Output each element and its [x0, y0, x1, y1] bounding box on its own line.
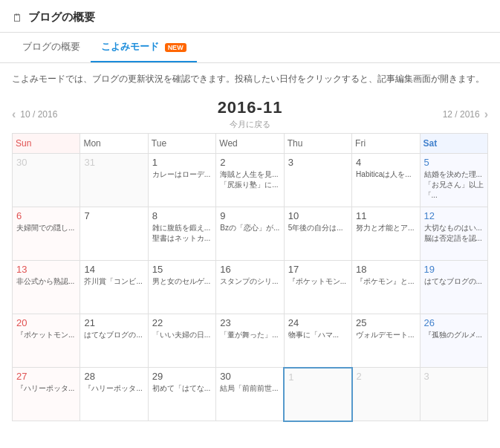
calendar-cell[interactable]: 5結婚を決めた理...「お兄さん」以上「... [420, 154, 487, 207]
post-title[interactable]: はてなブログの... [84, 330, 143, 340]
post-title[interactable]: スタンプのシリ... [220, 276, 279, 287]
day-number: 24 [288, 317, 348, 328]
calendar-cell[interactable]: 12大切なものはい...脳は否定語を認... [420, 207, 487, 261]
calendar-cell[interactable]: 3 [420, 368, 487, 421]
calendar-cell[interactable]: 8雑に腹筋を鍛え...聖書はネットカ... [148, 207, 215, 261]
calendar-week-1: 6夫婦間での隠し...78雑に腹筋を鍛え...聖書はネットカ...9Bzの「恋心… [13, 207, 488, 261]
day-number: 3 [424, 371, 484, 382]
header-wed: Wed [216, 134, 284, 154]
calendar-cell[interactable]: 17『ポケットモン... [284, 261, 351, 314]
day-number: 26 [424, 317, 484, 328]
tab-overview[interactable]: ブログの概要 [12, 33, 91, 62]
calendar-cell[interactable]: 27『ハリーポッタ... [13, 368, 80, 421]
header-thu: Thu [284, 134, 351, 154]
calendar-cell[interactable]: 11努力と才能とア... [352, 207, 420, 261]
calendar-cell[interactable]: 1 [284, 368, 351, 421]
post-title[interactable]: 脳は否定語を認... [424, 233, 484, 244]
post-title[interactable]: 男と女のセルゲ... [152, 276, 212, 287]
post-title[interactable]: 非公式から熟認... [16, 276, 76, 287]
calendar-cell[interactable]: 15男と女のセルゲ... [148, 261, 215, 314]
day-number: 21 [84, 317, 143, 328]
calendar-cell[interactable]: 9Bzの「恋心」が... [216, 207, 284, 261]
post-title[interactable]: Habiticaは人を... [356, 169, 415, 180]
post-title[interactable]: 聖書はネットカ... [152, 233, 212, 244]
day-number: 16 [220, 264, 279, 275]
post-title[interactable]: 『ポケットモン... [16, 330, 76, 340]
post-title[interactable]: 夫婦間での隠し... [16, 223, 76, 233]
calendar-cell[interactable]: 25ヴォルデモート... [352, 314, 420, 368]
post-title[interactable]: 『ハリーポッタ... [84, 383, 143, 394]
post-title[interactable]: 芥川賞「コンビ... [84, 276, 143, 287]
calendar-cell[interactable]: 2海賊と人生を見...「尻振り塾」に... [216, 154, 284, 207]
post-title[interactable]: カレーはローデ... [152, 169, 212, 180]
calendar-week-0: 30311カレーはローデ...2海賊と人生を見...「尻振り塾」に...34Ha… [13, 154, 488, 207]
calendar-cell[interactable]: 23「董が舞った」... [216, 314, 284, 368]
header-fri: Fri [352, 134, 420, 154]
day-number: 30 [220, 371, 279, 382]
post-title[interactable]: 結婚を決めた理... [424, 169, 484, 180]
post-title[interactable]: 大切なものはい... [424, 223, 484, 233]
post-title[interactable]: 初めて「はてな... [152, 383, 212, 394]
calendar-cell[interactable]: 7 [80, 207, 148, 261]
calendar-cell[interactable]: 26『孤独のグルメ... [420, 314, 487, 368]
day-number: 1 [288, 371, 347, 383]
day-number: 13 [16, 264, 76, 275]
day-number: 28 [84, 371, 143, 382]
calendar-cell[interactable]: 22「いい夫婦の日... [148, 314, 215, 368]
calendar-cell[interactable]: 4Habiticaは人を... [352, 154, 420, 207]
calendar-cell[interactable]: 1カレーはローデ... [148, 154, 215, 207]
calendar-cell[interactable]: 2 [352, 368, 420, 421]
calendar-cell[interactable]: 30結局「前前前世... [216, 368, 284, 421]
calendar-cell[interactable]: 16スタンプのシリ... [216, 261, 284, 314]
calendar-cell[interactable]: 6夫婦間での隠し... [13, 207, 80, 261]
calendar-cell[interactable]: 18『ポケモン』と... [352, 261, 420, 314]
calendar-cell[interactable]: 13非公式から熟認... [13, 261, 80, 314]
calendar-cell[interactable]: 28『ハリーポッタ... [80, 368, 148, 421]
header-sat: Sat [420, 134, 487, 154]
tab-calendar[interactable]: こよみモード NEW [91, 33, 197, 62]
day-number: 27 [16, 371, 76, 382]
calendar-cell[interactable]: 29初めて「はてな... [148, 368, 215, 421]
post-title[interactable]: 5年後の自分は... [288, 223, 348, 233]
calendar-cell[interactable]: 20『ポケットモン... [13, 314, 80, 368]
post-title[interactable]: 『ポケットモン... [288, 276, 348, 287]
post-title[interactable]: Bzの「恋心」が... [220, 223, 279, 233]
day-number: 25 [356, 317, 415, 328]
page-title: ブログの概要 [28, 10, 95, 25]
day-number: 18 [356, 264, 415, 275]
calendar-cell[interactable]: 19はてなブログの... [420, 261, 487, 314]
post-title[interactable]: 雑に腹筋を鍛え... [152, 223, 212, 233]
calendar-cell[interactable]: 24物事に「ハマ... [284, 314, 351, 368]
calendar-cell[interactable]: 30 [13, 154, 80, 207]
day-number: 11 [356, 210, 415, 221]
post-title[interactable]: 「董が舞った」... [220, 330, 279, 340]
calendar-cell[interactable]: 3 [284, 154, 351, 207]
day-number: 29 [152, 371, 212, 382]
back-to-today-link[interactable]: 今月に戻る [218, 119, 283, 130]
day-number: 12 [424, 210, 484, 221]
post-title[interactable]: ヴォルデモート... [356, 330, 415, 340]
post-title[interactable]: 努力と才能とア... [356, 223, 415, 233]
post-title[interactable]: 「お兄さん」以上「... [424, 180, 484, 201]
day-number: 2 [357, 371, 416, 382]
calendar-week-4: 27『ハリーポッタ...28『ハリーポッタ...29初めて「はてな...30結局… [13, 368, 488, 421]
post-title[interactable]: 海賊と人生を見... [220, 169, 279, 180]
post-title[interactable]: はてなブログの... [424, 276, 484, 287]
next-month-nav[interactable]: 12 / 2016 › [443, 108, 488, 121]
calendar-week-3: 20『ポケットモン...21はてなブログの...22「いい夫婦の日...23「董… [13, 314, 488, 368]
post-title[interactable]: 『ハリーポッタ... [16, 383, 76, 394]
calendar-cell[interactable]: 105年後の自分は... [284, 207, 351, 261]
calendar-cell[interactable]: 31 [80, 154, 148, 207]
post-title[interactable]: 「尻振り塾」に... [220, 180, 279, 190]
header-sun: Sun [13, 134, 80, 154]
post-title[interactable]: 物事に「ハマ... [288, 330, 348, 340]
post-title[interactable]: 『ポケモン』と... [356, 276, 415, 287]
calendar-cell[interactable]: 14芥川賞「コンビ... [80, 261, 148, 314]
month-year-display: 2016-11 [218, 98, 283, 117]
calendar-cell[interactable]: 21はてなブログの... [80, 314, 148, 368]
post-title[interactable]: 結局「前前前世... [220, 383, 279, 394]
page-header: 🗒 ブログの概要 [0, 0, 500, 33]
post-title[interactable]: 『孤独のグルメ... [424, 330, 484, 340]
prev-month-nav[interactable]: ‹ 10 / 2016 [12, 108, 57, 121]
post-title[interactable]: 「いい夫婦の日... [152, 330, 212, 340]
